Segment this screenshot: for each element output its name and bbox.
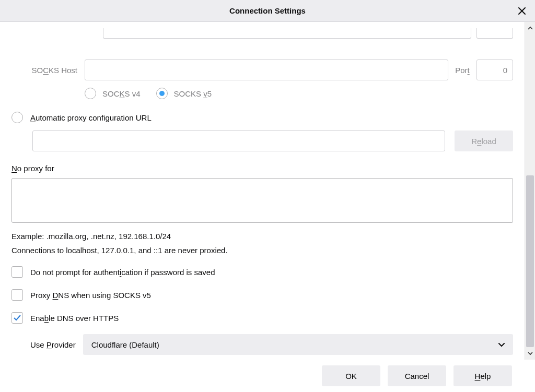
cancel-button[interactable]: Cancel — [388, 365, 446, 386]
radio-icon — [85, 88, 96, 99]
partial-input-a[interactable] — [103, 28, 471, 39]
auto-config-radio[interactable]: Automatic proxy configuration URL — [11, 112, 152, 123]
socks-v5-radio[interactable]: SOCKS v5 — [156, 88, 212, 99]
no-proxy-local-note: Connections to localhost, 127.0.0.1, and… — [11, 246, 513, 255]
dialog-titlebar: Connection Settings — [0, 0, 535, 22]
reload-button[interactable]: Reload — [455, 130, 513, 151]
help-button[interactable]: Help — [453, 365, 512, 386]
no-prompt-label: Do not prompt for authentication if pass… — [30, 268, 215, 277]
scroll-thumb[interactable] — [526, 175, 534, 347]
vertical-scrollbar[interactable] — [525, 22, 535, 360]
socks-v4-label: SOCKS v4 — [102, 89, 141, 98]
auto-config-url-input[interactable] — [32, 130, 445, 151]
partial-row-above — [11, 23, 513, 39]
no-proxy-example: Example: .mozilla.org, .net.nz, 192.168.… — [11, 232, 513, 241]
no-proxy-label: No proxy for — [11, 164, 513, 173]
scroll-up-arrow[interactable] — [525, 22, 536, 34]
scroll-track[interactable] — [525, 34, 535, 347]
scroll-down-arrow[interactable] — [525, 347, 536, 360]
auto-config-label: Automatic proxy configuration URL — [30, 113, 152, 122]
ok-button[interactable]: OK — [322, 365, 380, 386]
socks-host-label: SOCKS Host — [11, 66, 79, 75]
proxy-dns-checkbox[interactable] — [11, 289, 23, 301]
provider-value: Cloudflare (Default) — [91, 340, 159, 349]
radio-icon — [156, 88, 168, 99]
provider-select[interactable]: Cloudflare (Default) — [83, 334, 513, 355]
use-provider-label: Use Provider — [30, 340, 76, 349]
socks-port-label: Port — [453, 66, 471, 75]
partial-input-b[interactable] — [476, 28, 513, 39]
no-proxy-textarea[interactable] — [11, 178, 513, 223]
close-button[interactable] — [514, 3, 530, 19]
socks-v5-label: SOCKS v5 — [174, 89, 212, 98]
radio-icon — [11, 112, 23, 123]
socks-host-input[interactable] — [85, 60, 448, 80]
dialog-button-bar: OK Cancel Help — [0, 360, 535, 392]
socks-port-input[interactable] — [476, 60, 513, 80]
no-prompt-checkbox[interactable] — [11, 266, 23, 278]
close-icon — [518, 7, 526, 15]
enable-doh-label: Enable DNS over HTTPS — [30, 314, 119, 323]
proxy-dns-label: Proxy DNS when using SOCKS v5 — [30, 291, 151, 300]
dialog-title: Connection Settings — [229, 6, 306, 15]
settings-form: SOCKS Host Port SOCKS v4 SOCKS v5 Automa… — [0, 22, 525, 360]
enable-doh-checkbox[interactable] — [11, 312, 23, 324]
socks-v4-radio[interactable]: SOCKS v4 — [85, 88, 141, 99]
chevron-down-icon — [498, 340, 505, 349]
